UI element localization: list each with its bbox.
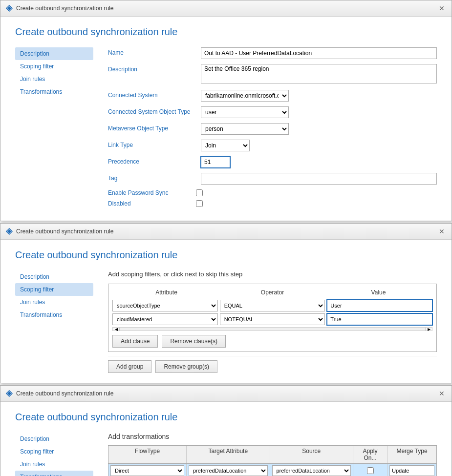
close-button-2[interactable]: ✕ [437,227,447,236]
desc-input[interactable]: Set the Office 365 region [201,64,437,83]
transform-col-source: Source [270,446,354,463]
sidebar-item-scoping-1[interactable]: Scoping filter [15,60,93,73]
close-button-1[interactable]: ✕ [437,3,447,13]
sidebar-item-join-2[interactable]: Join rules [15,296,93,309]
title-bar-text-2: Create outbound synchronization rule [16,228,434,235]
apply-once-checkbox-1[interactable] [367,467,374,474]
sidebar-2: Description Scoping filter Join rules Tr… [15,270,93,373]
dialog-window-3: Create outbound synchronization rule ✕ C… [0,385,452,476]
dialog-content-1: Create outbound synchronization rule Des… [0,17,452,221]
filter-description: Add scoping filters, or click next to sk… [108,270,437,278]
transform-col-target: Target Attribute [187,446,270,463]
dialog-content-3: Create outbound synchronization rule Des… [0,402,452,476]
transform-cell-target-1: preferredDataLocation [187,464,270,476]
connected-system-select[interactable]: fabrikamonline.onmicrosoft.com [201,90,289,102]
transform-cell-apply-1 [353,464,387,476]
add-clause-button[interactable]: Add clause [112,335,158,348]
title-bar-text-3: Create outbound synchronization rule [16,390,434,397]
metaverse-control: person [201,123,437,135]
dialog-window-1: Create outbound synchronization rule ✕ C… [0,0,452,221]
desc-label: Description [108,64,196,73]
filter-section: Add scoping filters, or click next to sk… [108,270,437,373]
precedence-control [201,156,437,168]
enable-password-label: Enable Password Sync [108,189,196,196]
sidebar-item-transformations-3[interactable]: Transformations [15,471,93,476]
sidebar-item-transformations-2[interactable]: Transformations [15,309,93,321]
metaverse-select[interactable]: person [201,123,289,135]
filter-table: Attribute Operator Value sourceObjectTyp… [108,284,437,352]
filter-col-attribute: Attribute [114,288,218,297]
scroll-left-arrow[interactable]: ◀ [113,328,120,331]
sidebar-item-description-3[interactable]: Description [15,433,93,445]
dialog-content-2: Create outbound synchronization rule Des… [0,240,452,383]
merge-type-input-1[interactable] [389,465,434,476]
remove-group-button[interactable]: Remove group(s) [155,360,217,373]
main-layout-1: Description Scoping filter Join rules Tr… [15,47,437,211]
transform-col-flowtype: FlowType [108,446,187,463]
filter-row-1: sourceObjectType EQUAL [112,300,432,311]
precedence-input[interactable] [201,156,230,168]
dialog-title-1: Create outbound synchronization rule [15,26,437,38]
sync-icon-1 [5,4,13,12]
tag-control [201,173,437,185]
link-type-control: Join [201,140,437,151]
filter-scrollbar[interactable]: ◀ ▶ [112,327,432,331]
form-row-tag: Tag [108,173,437,185]
enable-password-checkbox[interactable] [196,189,203,196]
link-type-select[interactable]: Join [201,140,250,151]
scroll-right-arrow[interactable]: ▶ [425,328,432,331]
transform-section: Add transformations FlowType Target Attr… [108,433,437,476]
link-type-label: Link Type [108,140,196,148]
form-row-disabled: Disabled [108,200,437,207]
filter-operator-2[interactable]: NOTEQUAL [220,313,325,325]
tag-label: Tag [108,173,196,182]
object-type-select[interactable]: user [201,106,289,118]
filter-attribute-1[interactable]: sourceObjectType [112,300,218,311]
object-type-label: Connected System Object Type [108,106,196,115]
filter-value-1[interactable] [327,300,432,311]
filter-attribute-2[interactable]: cloudMastered [112,313,218,325]
dialog-title-3: Create outbound synchronization rule [15,412,437,423]
transform-cell-source-1: preferredDataLocation [270,464,354,476]
dialog-window-2: Create outbound synchronization rule ✕ C… [0,223,452,383]
name-input[interactable] [201,47,437,59]
filter-operator-1[interactable]: EQUAL [220,300,325,311]
sidebar-item-description-1[interactable]: Description [15,47,93,60]
sync-icon-2 [5,228,13,235]
tag-input[interactable] [201,173,437,185]
target-attribute-select-1[interactable]: preferredDataLocation [189,465,268,476]
sidebar-item-transformations-1[interactable]: Transformations [15,85,93,98]
disabled-label: Disabled [108,200,196,207]
sidebar-item-scoping-3[interactable]: Scoping filter [15,445,93,458]
form-row-desc: Description Set the Office 365 region [108,64,437,85]
form-row-object-type: Connected System Object Type user [108,106,437,118]
sidebar-item-scoping-2[interactable]: Scoping filter [15,283,93,296]
sidebar-1: Description Scoping filter Join rules Tr… [15,47,93,211]
disabled-checkbox[interactable] [196,200,203,207]
filter-row-2: cloudMastered NOTEQUAL [112,313,432,325]
form-row-link-type: Link Type Join [108,140,437,151]
sidebar-item-join-1[interactable]: Join rules [15,73,93,85]
connected-system-label: Connected System [108,90,196,99]
title-bar-1: Create outbound synchronization rule ✕ [0,0,452,17]
filter-clause-btn-row: Add clause Remove clause(s) [112,335,432,348]
precedence-label: Precedence [108,156,196,165]
connected-system-control: fabrikamonline.onmicrosoft.com [201,90,437,102]
sync-icon-3 [5,390,13,397]
sidebar-item-description-2[interactable]: Description [15,270,93,283]
filter-col-operator: Operator [220,288,324,297]
title-bar-2: Create outbound synchronization rule ✕ [0,224,452,240]
title-bar-text-1: Create outbound synchronization rule [16,5,434,12]
flowtype-select-1[interactable]: Direct [110,465,184,476]
add-group-button[interactable]: Add group [108,360,151,373]
source-select-1[interactable]: preferredDataLocation [272,465,351,476]
form-row-connected-system: Connected System fabrikamonline.onmicros… [108,90,437,102]
transform-title: Add transformations [108,433,437,440]
transform-cell-flowtype-1: Direct [108,464,187,476]
name-control [201,47,437,59]
close-button-3[interactable]: ✕ [437,389,447,398]
filter-value-2[interactable] [327,313,432,325]
form-area-1: Name Description Set the Office 365 regi… [108,47,437,211]
sidebar-item-join-3[interactable]: Join rules [15,458,93,471]
remove-clauses-button[interactable]: Remove clause(s) [162,335,226,348]
